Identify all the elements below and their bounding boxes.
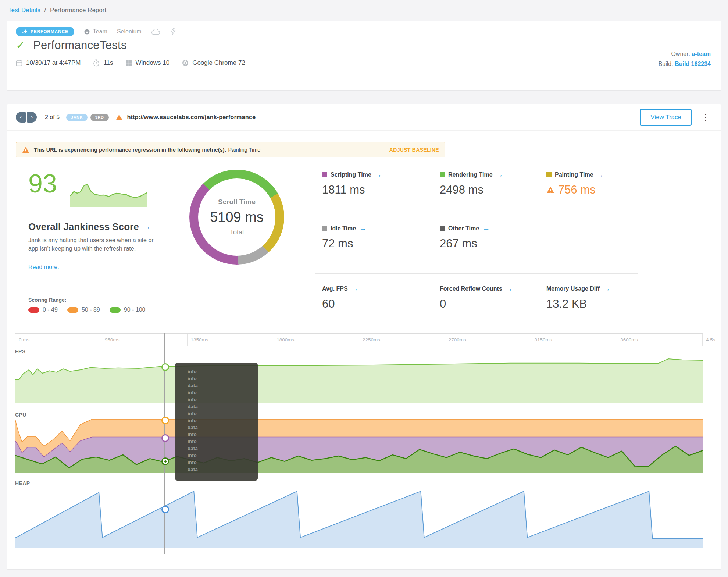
tooltip-row: info (188, 375, 258, 382)
axis-tick-line (617, 334, 617, 346)
calendar-icon (16, 60, 22, 66)
metric-value: 72 ms (322, 237, 432, 250)
metric-card: Idle Time→72 ms (322, 224, 432, 250)
axis-tick-label: 4.5s (706, 337, 715, 343)
axis-tick-line (359, 334, 359, 346)
alert-warning-icon (22, 146, 29, 153)
build-label: Build: (659, 61, 673, 67)
metric-card: Other Time→267 ms (440, 224, 550, 250)
axis-tick-label: 2250ms (363, 337, 380, 343)
read-more-link[interactable]: Read more. (28, 264, 59, 270)
team-item: Team (84, 28, 107, 35)
url-warning-icon (115, 114, 123, 121)
axis-tick-label: 1800ms (276, 337, 294, 343)
axis-tick-line (531, 334, 531, 346)
alert-message: This URL is experiencing performance reg… (34, 147, 260, 153)
metric-arrow-icon[interactable]: → (496, 170, 503, 179)
metric-arrow-icon[interactable]: → (351, 284, 358, 293)
next-url-button[interactable]: › (27, 112, 37, 123)
cloud-icon (151, 28, 161, 35)
heap-chart[interactable] (15, 488, 703, 548)
test-header-card: PERFORMANCE Team Selenium ✓ PerformanceT… (7, 21, 721, 91)
adjust-baseline-button[interactable]: ADJUST BASELINE (389, 147, 439, 153)
alert-metric: Painting Time (228, 147, 260, 153)
visibility-icon (84, 29, 90, 35)
tooltip-row: info (188, 459, 258, 466)
tooltip-row: info (188, 410, 258, 417)
secondary-metric-card: Avg. FPS→60 (322, 284, 432, 311)
score-divider (28, 291, 155, 291)
fps-chart[interactable] (15, 355, 703, 403)
metric-color-icon (440, 172, 445, 177)
stopwatch-icon (93, 59, 100, 67)
metric-header: Rendering Time→ (440, 170, 550, 179)
url-label: http://www.saucelabs.com/jank-performanc… (127, 114, 256, 121)
breadcrumb: Test Details / Performance Report (8, 7, 106, 14)
metric-color-icon (546, 172, 552, 177)
scroll-time-donut-chart: Scroll Time 5109 ms Total (189, 170, 284, 265)
metric-header: Painting Time→ (546, 170, 657, 179)
metric-warning-icon (546, 186, 554, 194)
metric-arrow-icon[interactable]: → (482, 224, 490, 233)
axis-tick-line (187, 334, 188, 346)
lightning-icon (170, 28, 176, 36)
meta-row: 10/30/17 at 4:47PM 11s Windows 1 (16, 59, 245, 67)
tooltip-row: data (188, 424, 258, 431)
performance-badge: PERFORMANCE (16, 27, 74, 36)
range-label: 90 - 100 (124, 307, 146, 313)
chrome-icon (182, 60, 189, 66)
cursor-marker-icon (161, 363, 169, 371)
url-position-label: 2 of 5 (45, 114, 60, 121)
meta-browser-label: Google Chrome 72 (192, 59, 245, 67)
axis-tick-line (445, 334, 445, 346)
donut-title: Scroll Time (218, 198, 256, 206)
title-row: ✓ PerformanceTests (16, 39, 127, 52)
metric-arrow-icon[interactable]: → (506, 284, 513, 293)
prev-url-button[interactable]: ‹ (16, 112, 26, 123)
metric-label: Memory Usage Diff (546, 286, 600, 292)
metric-header: Other Time→ (440, 224, 550, 233)
view-trace-button[interactable]: View Trace (640, 109, 692, 126)
tooltip-row: info (188, 368, 258, 375)
meta-date: 10/30/17 at 4:47PM (16, 59, 81, 67)
meta-os-label: Windows 10 (136, 59, 170, 67)
metric-value: 2498 ms (440, 183, 550, 197)
metrics-divider (315, 273, 638, 274)
owner-line: Owner: a-team (659, 49, 711, 59)
scoring-range-label: Scoring Range: (28, 297, 66, 303)
metric-arrow-icon[interactable]: → (359, 224, 367, 233)
page: Test Details / Performance Report PERFOR… (0, 0, 728, 577)
breadcrumb-test-details-link[interactable]: Test Details (8, 7, 40, 14)
secondary-metric-card: Memory Usage Diff→13.2 KB (546, 284, 657, 311)
metric-arrow-icon[interactable]: → (603, 284, 610, 293)
metric-label: Scripting Time (331, 171, 371, 178)
score-arrow-icon[interactable]: → (143, 223, 151, 231)
axis-tick-label: 950ms (105, 337, 120, 343)
url-tags: JANK3RD (66, 114, 108, 121)
page-nav: ‹ › (16, 112, 37, 123)
metric-label: Other Time (448, 225, 479, 232)
metric-header: Forced Reflow Counts→ (440, 284, 550, 293)
axis-tick-line (273, 334, 273, 346)
metric-label: Painting Time (555, 171, 593, 178)
metric-arrow-icon[interactable]: → (375, 170, 382, 179)
axis-tick-label: 2700ms (449, 337, 466, 343)
range-pill-icon (28, 307, 39, 313)
build-link[interactable]: Build 162234 (675, 61, 711, 67)
performance-badge-label: PERFORMANCE (31, 29, 68, 34)
build-line: Build: Build 162234 (659, 59, 711, 69)
axis-tick-line (101, 334, 101, 346)
breadcrumb-separator: / (44, 7, 46, 14)
metric-card: Rendering Time→2498 ms (440, 170, 550, 197)
metric-value: 0 (440, 297, 550, 311)
cursor-marker-icon (161, 434, 169, 442)
range-pill-icon (110, 307, 121, 313)
kebab-menu-icon[interactable]: ⋮ (699, 111, 712, 123)
axis-tick-label: 3600ms (620, 337, 638, 343)
badges-row: PERFORMANCE Team Selenium (16, 27, 176, 36)
jankiness-score-value: 93 (28, 169, 57, 198)
cpu-chart[interactable] (15, 419, 703, 473)
performance-report-card: ‹ › 2 of 5 JANK3RD http://www.saucelabs.… (7, 104, 721, 570)
owner-link[interactable]: a-team (692, 51, 711, 57)
metric-arrow-icon[interactable]: → (597, 170, 604, 179)
